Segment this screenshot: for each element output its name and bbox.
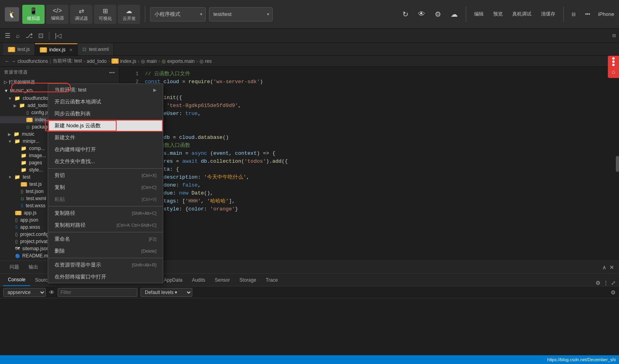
code-line-5: 5 env: 'test-8gdkp615de5fd9d9',	[119, 102, 619, 110]
more-button[interactable]: •••	[582, 10, 594, 19]
ctx-find-in-folder[interactable]: 在文件夹中查找...	[48, 156, 163, 167]
json-icon3: {}	[15, 218, 18, 222]
code-line-17: 17 tags: ['HHH', '哈哈哈'],	[119, 197, 619, 205]
ctx-cut[interactable]: 剪切 [Ctrl+X]	[48, 169, 163, 181]
bc-cloudfunctions[interactable]: cloudfunctions	[18, 58, 48, 64]
code-line-9: 9 const db = cloud.database()	[119, 134, 619, 142]
tab-testjs[interactable]: JS test.js	[3, 43, 35, 55]
layout-button[interactable]: ⊟	[568, 10, 579, 19]
levels-select[interactable]: Default levels ▾	[141, 288, 192, 297]
bc-nav-forward[interactable]: →	[11, 58, 16, 64]
tab-icon-wxml: ⊡	[82, 47, 86, 52]
wxml-icon: ⊡	[21, 197, 24, 201]
ctx-copy[interactable]: 复制 [Ctrl+C]	[48, 181, 163, 193]
refresh-button[interactable]: ↻	[399, 8, 412, 20]
env-dropdown[interactable]: test/test	[209, 7, 273, 21]
back-icon[interactable]: |◁	[53, 31, 63, 40]
tab-indexjs[interactable]: JS index.js ✕	[35, 43, 78, 55]
ctx-open-external-terminal[interactable]: 在外部终端窗口中打开	[48, 271, 163, 283]
bc-env[interactable]: 当前环境: test	[53, 58, 82, 64]
ctx-sep4	[48, 258, 163, 258]
ctx-new-file[interactable]: 新建文件	[48, 132, 163, 144]
ctx-open-terminal[interactable]: 在内建终端中打开	[48, 144, 163, 156]
panel-tab-problems[interactable]: 问题	[5, 261, 24, 274]
code-line-13: 13 data: {	[119, 165, 619, 173]
bc-indexjs[interactable]: index.js	[120, 58, 137, 64]
search-icon[interactable]: ⌕	[14, 31, 21, 40]
js-icon3: JS	[15, 211, 21, 215]
bc-addtodo[interactable]: add_todo	[87, 58, 107, 64]
extensions-icon[interactable]: ⊡	[37, 31, 45, 40]
ctx-show-in-explorer[interactable]: 在资源管理器中显示 [Shift+Alt+R]	[48, 259, 163, 271]
md-icon: 🔵	[15, 254, 20, 258]
ctx-enable-local-debug[interactable]: 开启云函数本地调试	[48, 96, 163, 108]
eye-toggle-btn[interactable]: 👁	[49, 289, 55, 296]
ctx-new-nodejs-func[interactable]: 新建 Node.js 云函数	[48, 120, 163, 132]
devtools-settings-btn2[interactable]: ⚙	[611, 289, 616, 296]
preview-button[interactable]: 预览	[490, 9, 506, 19]
devtools-tab-sensor[interactable]: Sensor	[210, 274, 235, 286]
tab-close-indexjs[interactable]: ✕	[69, 48, 72, 52]
folder-icon: 📁	[19, 103, 25, 108]
bc-main[interactable]: main	[146, 58, 157, 64]
compile-button[interactable]: 编辑	[471, 9, 487, 19]
ctx-delete[interactable]: 删除 [Delete]	[48, 245, 163, 257]
bc-indexjs-icon: JS	[111, 58, 119, 64]
devtools-expand-btn[interactable]: ⤢	[611, 280, 616, 286]
devtools-controls: ⚙ ⋮ ⤢	[596, 280, 616, 286]
home-icon[interactable]: ⌂	[610, 67, 617, 76]
settings-button[interactable]: ⚙	[432, 8, 444, 20]
status-bar: https://blog.csdn.net/December_shi	[0, 355, 619, 364]
mode-dropdown[interactable]: 小程序模式	[150, 7, 206, 21]
json-icon4: {}	[15, 232, 18, 237]
code-line-2: 2 const cloud = require('wx-server-sdk')	[119, 78, 619, 86]
panel-close-btn[interactable]: ✕	[609, 264, 614, 271]
breadcrumb: ← → cloudfunctions | 当前环境: test › add_to…	[0, 56, 619, 67]
panel-collapse-btn[interactable]: ∧	[602, 264, 606, 271]
devtools-tab-appdata[interactable]: AppData	[159, 274, 187, 286]
branch-icon[interactable]: ⎇	[24, 31, 34, 40]
ctx-current-env[interactable]: 当前环境: test ▶	[48, 84, 163, 96]
filter-input[interactable]	[58, 288, 137, 297]
devtools-tab-audits[interactable]: Audits	[187, 274, 210, 286]
editor-button[interactable]: </> 编辑器	[46, 5, 68, 24]
bc-circle-icon3: ◎	[199, 58, 203, 64]
visual-button[interactable]: ⊞ 可视化	[94, 5, 116, 24]
scrollbar-thumb[interactable]	[616, 156, 619, 172]
code-line-7: 7 })	[119, 118, 619, 126]
devtools-tab-storage[interactable]: Storage	[235, 274, 261, 286]
toolbar-separator	[145, 6, 145, 22]
hamburger-icon[interactable]: ☰	[3, 31, 12, 40]
json-icon5: {}	[15, 239, 18, 244]
bc-res[interactable]: res	[205, 58, 212, 64]
toolbar-separator3	[563, 6, 564, 22]
appservice-select[interactable]: appservice	[3, 288, 46, 297]
devtools-more-btn[interactable]: ⋮	[603, 280, 609, 286]
bc-exports-main[interactable]: exports.main	[167, 58, 195, 64]
code-editor[interactable]: 1 // 云函数入口文件 2 const cloud = require('wx…	[119, 67, 619, 232]
simulator-button[interactable]: 📱 模拟器	[22, 5, 45, 24]
toolbar-right: ↻ 👁 ⚙ ☁ 编辑 预览 真机调试 清缓存 ⊟ ••• iPhone	[399, 6, 614, 22]
devtools-tab-console[interactable]: Console	[3, 274, 30, 286]
clear-cache-button[interactable]: 清缓存	[538, 9, 558, 19]
ctx-rename[interactable]: 重命名 [F2]	[48, 233, 163, 245]
ctx-copy-relative-path[interactable]: 复制相对路径 [Ctrl+K Ctrl+Shift+C]	[48, 219, 163, 231]
devtools-tab-trace[interactable]: Trace	[261, 274, 283, 286]
debugger-button[interactable]: ⇄ 调试器	[70, 5, 92, 24]
tab-testwxml[interactable]: ⊡ test.wxml	[78, 43, 114, 55]
code-line-14: 14 description: '今天中午吃什么',	[119, 173, 619, 181]
preview-mode-button[interactable]: 👁	[415, 8, 428, 20]
debug-icon: ⇄	[79, 7, 84, 15]
ctx-paste[interactable]: 粘贴 [Ctrl+V]	[48, 193, 163, 205]
ctx-sync-list[interactable]: 同步云函数列表	[48, 108, 163, 120]
devtools-toolbar: appservice 👁 Default levels ▾ ⚙	[0, 286, 619, 298]
panel-tab-output[interactable]: 输出	[24, 261, 43, 274]
sidebar-collapse-icon[interactable]: ⊟	[612, 33, 616, 38]
cloud2-button[interactable]: ☁	[447, 8, 461, 20]
real-debug-button[interactable]: 真机调试	[509, 9, 535, 19]
ctx-copy-path[interactable]: 复制路径 [Shift+Alt+C]	[48, 207, 163, 219]
cloud-button[interactable]: ☁ 云开发	[118, 5, 140, 24]
bc-nav-back[interactable]: ←	[5, 58, 10, 64]
devtools-settings-btn[interactable]: ⚙	[596, 280, 601, 286]
sidebar-more-icon[interactable]: •••	[109, 70, 115, 75]
